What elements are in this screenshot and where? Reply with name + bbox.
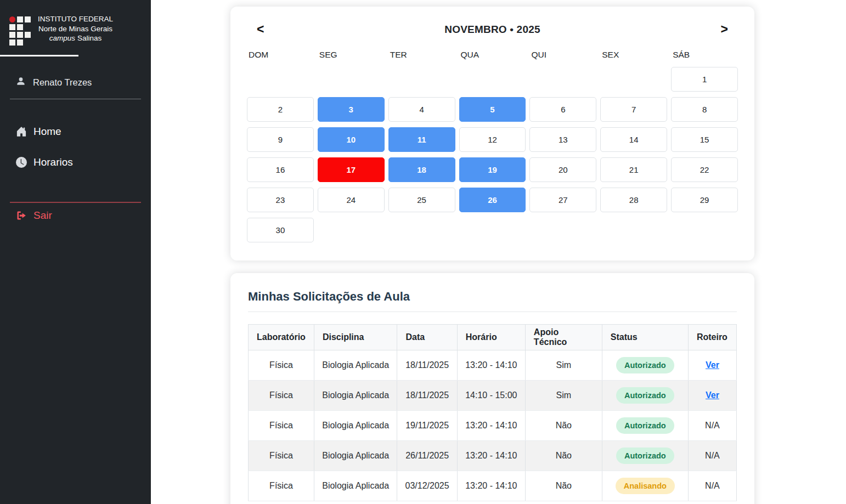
sidebar-item-label: Home [33, 126, 61, 138]
calendar-day-21[interactable]: 21 [600, 157, 667, 182]
calendar-day-27[interactable]: 27 [529, 188, 596, 212]
laboratorio-cell: Física [249, 411, 314, 441]
roteiro-na: N/A [705, 421, 720, 430]
calendar-day-15[interactable]: 15 [671, 127, 738, 152]
calendar-day-28[interactable]: 28 [600, 188, 667, 212]
calendar-day-14[interactable]: 14 [600, 127, 667, 152]
disciplina-cell: Biologia Aplicada [314, 441, 397, 471]
status-cell: Autorizado [602, 350, 688, 381]
institute-region: Norte de Minas Gerais [38, 24, 113, 34]
calendar-day-22[interactable]: 22 [671, 157, 738, 182]
home-icon [16, 126, 27, 137]
calendar-day-8[interactable]: 8 [671, 97, 738, 122]
sidebar-divider [10, 99, 141, 99]
calendar-day-9[interactable]: 9 [247, 127, 314, 152]
calendar-day-3[interactable]: 3 [318, 97, 385, 122]
status-badge: Autorizado [616, 448, 674, 465]
column-header: Disciplina [314, 325, 397, 350]
calendar-day-23[interactable]: 23 [247, 188, 314, 212]
institute-campus: campus Salinas [38, 33, 113, 43]
logout-icon [16, 210, 27, 221]
calendar-day-20[interactable]: 20 [529, 157, 596, 182]
calendar-day-30[interactable]: 30 [247, 218, 314, 242]
horario-cell: 13:20 - 14:10 [457, 471, 525, 501]
logo-underline [0, 55, 78, 56]
calendar-day-12[interactable]: 12 [459, 127, 526, 152]
apoio-cell: Sim [525, 350, 602, 381]
calendar-day-10[interactable]: 10 [318, 127, 385, 152]
institute-logo: INSTITUTO FEDERAL Norte de Minas Gerais … [0, 0, 151, 46]
table-row: FísicaBiologia Aplicada19/11/202513:20 -… [249, 411, 737, 441]
sidebar-nav: Home Horarios [0, 119, 151, 175]
data-cell: 18/11/2025 [397, 350, 457, 381]
sidebar-item-home[interactable]: Home [0, 119, 151, 144]
disciplina-cell: Biologia Aplicada [314, 381, 397, 411]
column-header: Horário [457, 325, 525, 350]
calendar-day-24[interactable]: 24 [318, 188, 385, 212]
calendar-day-5[interactable]: 5 [459, 97, 526, 122]
app-root: INSTITUTO FEDERAL Norte de Minas Gerais … [0, 0, 846, 504]
requests-title: Minhas Solicitações de Aula [248, 290, 737, 304]
data-cell: 19/11/2025 [397, 411, 457, 441]
sidebar-item-horarios[interactable]: Horarios [0, 150, 151, 175]
horario-cell: 13:20 - 14:10 [457, 441, 525, 471]
calendar-day-13[interactable]: 13 [529, 127, 596, 152]
calendar-empty-cell [459, 67, 526, 92]
status-cell: Autorizado [602, 381, 688, 411]
column-header: Apoio Técnico [525, 325, 602, 350]
calendar-day-17[interactable]: 17 [318, 157, 385, 182]
weekday-label: SEX [600, 50, 667, 60]
data-cell: 03/12/2025 [397, 471, 457, 501]
calendar-weekday-row: DOMSEGTERQUAQUISEXSÁB [247, 50, 738, 60]
calendar-day-25[interactable]: 25 [388, 188, 455, 212]
calendar-empty-cell [529, 67, 596, 92]
roteiro-cell: N/A [688, 411, 736, 441]
logout-button[interactable]: Sair [0, 203, 151, 228]
calendar-prev-button[interactable]: < [257, 23, 264, 36]
requests-card: Minhas Solicitações de Aula LaboratórioD… [230, 273, 754, 504]
apoio-cell: Não [525, 441, 602, 471]
calendar-day-1[interactable]: 1 [671, 67, 738, 92]
calendar-empty-cell [247, 67, 314, 92]
weekday-label: QUI [529, 50, 596, 60]
calendar-next-button[interactable]: > [721, 23, 728, 36]
calendar-header: < NOVEMBRO • 2025 > [247, 23, 738, 36]
roteiro-cell: N/A [688, 441, 736, 471]
calendar-card: < NOVEMBRO • 2025 > DOMSEGTERQUAQUISEXSÁ… [230, 7, 754, 261]
calendar-empty-cell [459, 218, 526, 242]
status-badge: Analisando [616, 478, 675, 495]
roteiro-link[interactable]: Ver [706, 390, 719, 400]
laboratorio-cell: Física [249, 381, 314, 411]
requests-table: LaboratórioDisciplinaDataHorárioApoio Té… [248, 324, 737, 501]
status-badge: Autorizado [616, 357, 674, 374]
calendar-day-29[interactable]: 29 [671, 188, 738, 212]
logout-label: Sair [33, 209, 52, 222]
calendar-day-2[interactable]: 2 [247, 97, 314, 122]
sidebar-item-label: Horarios [33, 156, 73, 168]
weekday-label: TER [388, 50, 455, 60]
sidebar: INSTITUTO FEDERAL Norte de Minas Gerais … [0, 0, 151, 504]
calendar-day-4[interactable]: 4 [388, 97, 455, 122]
column-header: Data [397, 325, 457, 350]
disciplina-cell: Biologia Aplicada [314, 411, 397, 441]
calendar-day-26[interactable]: 26 [459, 188, 526, 212]
table-row: FísicaBiologia Aplicada18/11/202513:20 -… [249, 350, 737, 381]
calendar-day-18[interactable]: 18 [388, 157, 455, 182]
column-header: Roteiro [688, 325, 736, 350]
laboratorio-cell: Física [249, 350, 314, 381]
apoio-cell: Não [525, 471, 602, 501]
roteiro-cell: Ver [688, 381, 736, 411]
roteiro-link[interactable]: Ver [706, 360, 719, 370]
calendar-day-19[interactable]: 19 [459, 157, 526, 182]
calendar-title: NOVEMBRO • 2025 [444, 24, 540, 36]
disciplina-cell: Biologia Aplicada [314, 350, 397, 381]
disciplina-cell: Biologia Aplicada [314, 471, 397, 501]
calendar-day-11[interactable]: 11 [388, 127, 455, 152]
horario-cell: 14:10 - 15:00 [457, 381, 525, 411]
calendar-day-16[interactable]: 16 [247, 157, 314, 182]
title-divider [248, 312, 737, 312]
calendar-day-6[interactable]: 6 [529, 97, 596, 122]
roteiro-na: N/A [705, 481, 720, 490]
calendar-empty-cell [529, 218, 596, 242]
calendar-day-7[interactable]: 7 [600, 97, 667, 122]
